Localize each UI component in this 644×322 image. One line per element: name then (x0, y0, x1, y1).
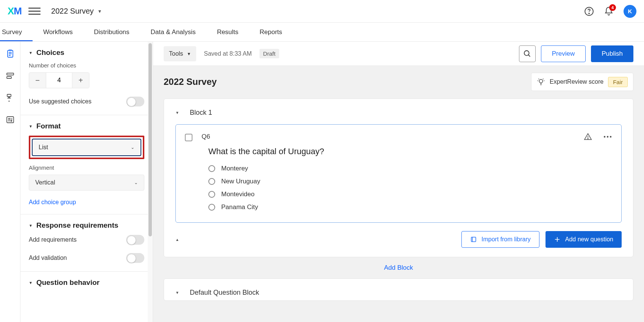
chevron-down-icon: ⌄ (134, 180, 138, 185)
caret-down-icon: ▼ (29, 124, 33, 128)
lightbulb-icon (537, 78, 545, 86)
menu-icon[interactable] (28, 5, 41, 17)
flow-icon[interactable] (5, 70, 16, 81)
svg-point-14 (610, 136, 611, 138)
add-block-link[interactable]: Add Block (164, 264, 633, 272)
preview-button[interactable]: Preview (541, 45, 586, 62)
svg-point-7 (8, 119, 9, 120)
svg-point-11 (588, 138, 588, 139)
library-icon (470, 236, 477, 243)
svg-rect-3 (7, 73, 14, 75)
collapse-up-icon[interactable]: ▲ (175, 238, 179, 242)
radio-icon[interactable] (208, 204, 215, 211)
choices-stepper: − 4 + (29, 72, 89, 88)
svg-rect-4 (7, 77, 11, 78)
suggested-choices-label: Use suggested choices (29, 98, 91, 105)
question-id: Q6 (202, 133, 210, 141)
notification-badge: 4 (609, 4, 616, 11)
builder-icon[interactable] (5, 48, 16, 59)
import-library-button[interactable]: Import from library (461, 231, 539, 248)
project-name: 2022 Survey (51, 7, 94, 16)
expert-review-box[interactable]: ExpertReview score Fair (531, 73, 633, 91)
avatar[interactable]: K (624, 5, 636, 18)
choice-option[interactable]: Panama City (208, 203, 611, 211)
draft-badge: Draft (259, 49, 280, 58)
canvas: Tools ▼ Saved at 8:33 AM Draft Preview P… (153, 42, 644, 322)
svg-point-10 (539, 80, 542, 83)
question-text[interactable]: What is the capital of Uruguay? (208, 147, 611, 156)
tab-results[interactable]: Results (206, 23, 249, 41)
radio-icon[interactable] (208, 178, 215, 185)
svg-point-13 (607, 136, 608, 138)
tab-workflows[interactable]: Workflows (33, 23, 83, 41)
chevron-down-icon: ▼ (97, 9, 102, 14)
suggested-choices-toggle[interactable] (126, 97, 144, 106)
svg-point-8 (11, 120, 12, 122)
format-highlight: List ⌄ (29, 136, 144, 159)
tools-dropdown[interactable]: Tools ▼ (164, 46, 196, 61)
more-icon[interactable] (603, 132, 612, 141)
alignment-select[interactable]: Vertical ⌄ (29, 175, 144, 191)
publish-button[interactable]: Publish (591, 45, 633, 62)
plus-icon (554, 236, 561, 243)
tab-distributions[interactable]: Distributions (83, 23, 140, 41)
number-of-choices-label: Number of choices (29, 62, 144, 69)
caret-down-icon: ▼ (29, 224, 33, 228)
choice-option[interactable]: New Uruguay (208, 178, 611, 185)
expert-score-badge: Fair (608, 77, 628, 87)
add-validation-label: Add validation (29, 255, 67, 261)
add-question-button[interactable]: Add new question (546, 231, 622, 248)
svg-point-1 (589, 13, 589, 14)
format-select[interactable]: List ⌄ (32, 139, 141, 156)
saved-status: Saved at 8:33 AM (204, 50, 252, 57)
alignment-label: Alignment (29, 164, 144, 171)
notifications-icon[interactable]: 4 (604, 6, 614, 16)
add-validation-toggle[interactable] (126, 253, 144, 263)
section-choices-header[interactable]: ▼ Choices (29, 48, 144, 57)
project-dropdown[interactable]: 2022 Survey ▼ (51, 7, 102, 16)
svg-point-9 (524, 50, 529, 55)
radio-icon[interactable] (208, 165, 215, 172)
question-card[interactable]: Q6 What is the capital of Uruguay? Monte… (175, 124, 622, 223)
svg-rect-5 (7, 94, 11, 97)
tab-survey[interactable]: Survey (0, 23, 33, 41)
choice-option[interactable]: Monterey (208, 165, 611, 172)
add-requirements-toggle[interactable] (126, 235, 144, 245)
collapse-block-icon[interactable]: ▼ (175, 291, 179, 295)
chevron-down-icon: ⌄ (131, 145, 134, 150)
look-feel-icon[interactable] (5, 92, 16, 103)
section-behavior-header[interactable]: ▼ Question behavior (29, 278, 144, 287)
logo[interactable]: XM (8, 5, 22, 17)
options-icon[interactable] (5, 114, 16, 125)
radio-icon[interactable] (208, 191, 215, 198)
decrement-button[interactable]: − (29, 73, 46, 88)
caret-down-icon: ▼ (29, 281, 33, 285)
svg-rect-6 (7, 117, 14, 123)
add-choice-group-link[interactable]: Add choice group (29, 199, 76, 205)
tab-data-analysis[interactable]: Data & Analysis (140, 23, 206, 41)
main-tabs: Survey Workflows Distributions Data & An… (0, 23, 644, 42)
chevron-down-icon: ▼ (187, 52, 191, 56)
block-card: ▼ Default Question Block (164, 278, 633, 301)
block-name[interactable]: Block 1 (190, 109, 212, 117)
search-button[interactable] (519, 45, 536, 62)
side-scrollbar[interactable] (148, 42, 153, 322)
section-response-header[interactable]: ▼ Response requirements (29, 221, 144, 230)
collapse-block-icon[interactable]: ▼ (175, 111, 179, 115)
block-name[interactable]: Default Question Block (190, 289, 259, 297)
section-format-header[interactable]: ▼ Format (29, 122, 144, 130)
survey-title: 2022 Survey (164, 77, 217, 87)
warning-icon[interactable] (583, 132, 592, 141)
add-requirements-label: Add requirements (29, 236, 77, 243)
choice-option[interactable]: Montevideo (208, 191, 611, 198)
side-panel: ▼ Choices Number of choices − 4 + Use su… (20, 42, 153, 322)
svg-point-12 (604, 136, 605, 138)
caret-down-icon: ▼ (29, 51, 33, 55)
left-rail (0, 42, 20, 322)
help-icon[interactable] (584, 6, 594, 16)
increment-button[interactable]: + (72, 73, 89, 88)
choices-count[interactable]: 4 (46, 73, 72, 88)
tab-reports[interactable]: Reports (249, 23, 293, 41)
question-checkbox[interactable] (185, 134, 192, 141)
svg-rect-15 (471, 237, 476, 242)
